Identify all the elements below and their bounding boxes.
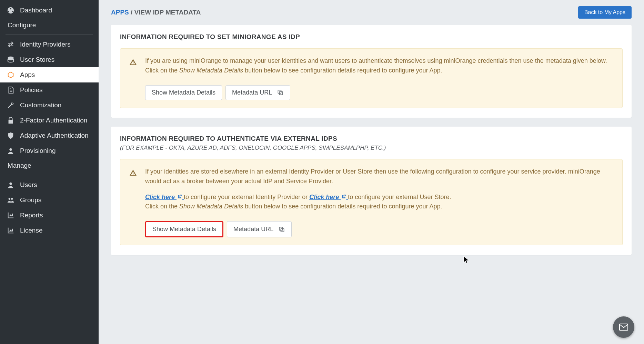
cube-icon [7,71,17,79]
alert-text-2: Click on the Show Metadata Details butto… [145,66,613,76]
svg-point-4 [11,198,13,200]
breadcrumb: APPS / VIEW IDP METADATA [111,9,201,16]
sidebar-item-dashboard[interactable]: Dashboard [0,3,99,18]
sidebar-item-apps[interactable]: Apps [0,67,99,82]
metadata-url-label: Metadata URL [232,89,272,96]
alert-text-links: Click here to configure your external Id… [145,193,613,202]
svg-point-2 [9,183,12,185]
sidebar-item-groups[interactable]: Groups [0,193,99,208]
user-icon [7,147,17,155]
alert-body: If your identities are stored elsewhere … [145,167,613,238]
sidebar-item-label: Customization [20,101,61,109]
click-here-userstore-link[interactable]: Click here [309,194,348,200]
breadcrumb-root[interactable]: APPS [111,9,129,16]
card-miniorange-idp: INFORMATION REQUIRED TO SET MINIORANGE A… [111,25,632,118]
metadata-url-label: Metadata URL [233,226,273,233]
metadata-url-button[interactable]: Metadata URL [225,85,290,100]
alert-body: If you are using miniOrange to manage yo… [145,56,613,100]
topbar: APPS / VIEW IDP METADATA Back to My Apps [111,0,632,25]
floating-mail-button[interactable] [613,316,634,338]
card-external-idps: INFORMATION REQUIRED TO AUTHENTICATE VIA… [111,127,632,255]
metadata-url-button[interactable]: Metadata URL [227,221,292,237]
breadcrumb-sep: / [129,9,134,16]
breadcrumb-current: VIEW IDP METADATA [134,9,201,16]
dashboard-icon [7,7,17,14]
sidebar-item-label: Provisioning [20,147,56,155]
sidebar-item-reports[interactable]: Reports [0,208,99,223]
wrench-icon [7,101,17,109]
shield-icon [7,132,17,139]
users-icon [7,196,17,204]
sidebar-item-label: 2-Factor Authentication [20,117,87,124]
info-alert: If you are using miniOrange to manage yo… [120,48,623,108]
warning-icon [129,58,137,66]
back-to-apps-button[interactable]: Back to My Apps [578,6,632,19]
sidebar-item-label: Apps [20,71,35,79]
document-icon [7,86,17,94]
sidebar-item-label: Policies [20,86,42,94]
sidebar-item-label: Groups [20,196,41,204]
main-content: APPS / VIEW IDP METADATA Back to My Apps… [99,0,644,344]
svg-point-1 [9,148,12,151]
sidebar-item-label: Adaptive Authentication [20,132,89,139]
chart-icon [7,212,17,219]
copy-icon [278,226,285,233]
sidebar-item-license[interactable]: License [0,223,99,238]
info-alert: If your identities are stored elsewhere … [120,159,623,246]
svg-point-3 [9,198,10,200]
warning-icon [129,169,137,177]
copy-icon [277,89,284,96]
sidebar-item-label: Identity Providers [20,41,71,48]
mail-icon [618,322,629,333]
show-metadata-button[interactable]: Show Metadata Details [145,85,222,100]
svg-rect-9 [620,324,628,331]
chart-icon [7,227,17,234]
sidebar-item-label: License [20,227,43,234]
show-metadata-button-highlighted[interactable]: Show Metadata Details [145,221,223,237]
sidebar-item-users[interactable]: Users [0,177,99,193]
button-row: Show Metadata Details Metadata URL [145,221,613,237]
database-icon [7,56,17,63]
external-link-icon [341,194,346,199]
card-title: INFORMATION REQUIRED TO AUTHENTICATE VIA… [120,135,623,142]
sidebar-item-user-stores[interactable]: User Stores [0,52,99,67]
sidebar: Dashboard Configure Identity Providers U… [0,0,99,344]
alert-text-1: If your identities are stored elsewhere … [145,167,613,186]
card-title: INFORMATION REQUIRED TO SET MINIORANGE A… [120,33,623,41]
exchange-icon [7,41,17,48]
sidebar-item-policies[interactable]: Policies [0,82,99,98]
sidebar-item-identity-providers[interactable]: Identity Providers [0,37,99,52]
button-row: Show Metadata Details Metadata URL [145,85,613,100]
user-icon [7,181,17,189]
sidebar-item-adaptive-auth[interactable]: Adaptive Authentication [0,128,99,143]
card-subtitle: (FOR EXAMPLE - OKTA, AZURE AD, ADFS, ONE… [120,145,623,151]
sidebar-item-label: Reports [20,212,43,219]
sidebar-section-manage: Manage [0,158,99,173]
alert-text-1: If you are using miniOrange to manage yo… [145,56,613,66]
sidebar-item-label: Dashboard [20,7,52,14]
alert-text-3: Click on the Show Metadata Details butto… [145,202,613,212]
sidebar-item-label: Users [20,181,37,189]
lock-icon [7,117,17,124]
sidebar-item-2fa[interactable]: 2-Factor Authentication [0,113,99,128]
sidebar-item-label: User Stores [20,56,54,63]
sidebar-section-configure: Configure [0,18,99,32]
click-here-idp-link[interactable]: Click here [145,194,184,200]
sidebar-item-provisioning[interactable]: Provisioning [0,143,99,158]
external-link-icon [177,194,182,199]
sidebar-item-customization[interactable]: Customization [0,98,99,113]
